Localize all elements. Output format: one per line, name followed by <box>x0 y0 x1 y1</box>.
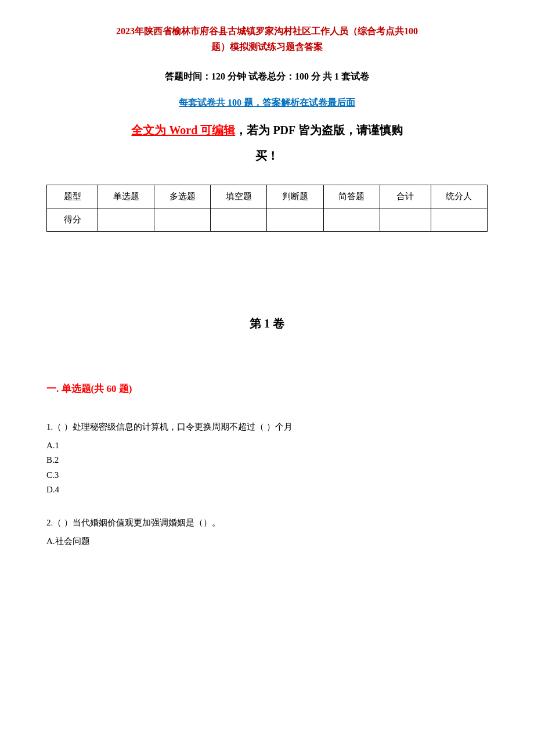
question-2-option-a: A.社会问题 <box>46 534 488 549</box>
question-2-text: 2.（ ）当代婚姻价值观更加强调婚姻是（）。 <box>46 515 488 531</box>
table-header-row: 题型 单选题 多选题 填空题 判断题 简答题 合计 统分人 <box>47 185 488 208</box>
title-line2: 题）模拟测试练习题含答案 <box>46 39 488 55</box>
table-score-multi <box>154 208 211 231</box>
question-1-option-c: C.3 <box>46 468 488 483</box>
table-score-fill <box>211 208 267 231</box>
table-score-row: 得分 <box>47 208 488 231</box>
subtitle-line: 每套试卷共 100 题，答案解析在试卷最后面 <box>46 95 488 111</box>
question-1-option-a: A.1 <box>46 438 488 453</box>
table-header-total: 合计 <box>380 185 431 208</box>
question-1-option-b: B.2 <box>46 453 488 468</box>
table-score-total <box>380 208 431 231</box>
buy-line: 买！ <box>46 145 488 166</box>
page-title: 2023年陕西省榆林市府谷县古城镇罗家沟村社区工作人员（综合考点共100 题）模… <box>46 23 488 55</box>
section-title: 一. 单选题(共 60 题) <box>46 380 488 398</box>
table-header-multi: 多选题 <box>154 185 211 208</box>
exam-info-text: 答题时间：120 分钟 试卷总分：100 分 共 1 套试卷 <box>165 71 369 81</box>
table-score-label: 得分 <box>47 208 98 231</box>
word-red-text: 全文为 Word 可编辑 <box>131 124 235 136</box>
table-header-judge: 判断题 <box>267 185 323 208</box>
question-2: 2.（ ）当代婚姻价值观更加强调婚姻是（）。 A.社会问题 <box>46 515 488 549</box>
word-line: 全文为 Word 可编辑，若为 PDF 皆为盗版，请谨慎购 <box>46 120 488 141</box>
table-score-short <box>323 208 380 231</box>
score-table: 题型 单选题 多选题 填空题 判断题 简答题 合计 统分人 得分 <box>46 185 488 232</box>
table-score-single <box>98 208 154 231</box>
question-1: 1.（ ）处理秘密级信息的计算机，口令更换周期不超过（ ）个月 A.1 B.2 … <box>46 419 488 498</box>
table-header-short: 简答题 <box>323 185 380 208</box>
question-1-option-d: D.4 <box>46 483 488 498</box>
word-black-text: ，若为 PDF 皆为盗版，请谨慎购 <box>235 124 402 136</box>
table-header-scorer: 统分人 <box>431 185 487 208</box>
title-line1: 2023年陕西省榆林市府谷县古城镇罗家沟村社区工作人员（综合考点共100 <box>46 23 488 39</box>
question-1-text: 1.（ ）处理秘密级信息的计算机，口令更换周期不超过（ ）个月 <box>46 419 488 435</box>
table-header-fill: 填空题 <box>211 185 267 208</box>
table-score-judge <box>267 208 323 231</box>
table-score-scorer <box>431 208 487 231</box>
volume-title: 第 1 卷 <box>46 313 488 334</box>
table-header-tixing: 题型 <box>47 185 98 208</box>
subtitle-blue-text: 每套试卷共 100 题，答案解析在试卷最后面 <box>179 98 355 107</box>
exam-info: 答题时间：120 分钟 试卷总分：100 分 共 1 套试卷 <box>46 69 488 85</box>
table-header-single: 单选题 <box>98 185 154 208</box>
